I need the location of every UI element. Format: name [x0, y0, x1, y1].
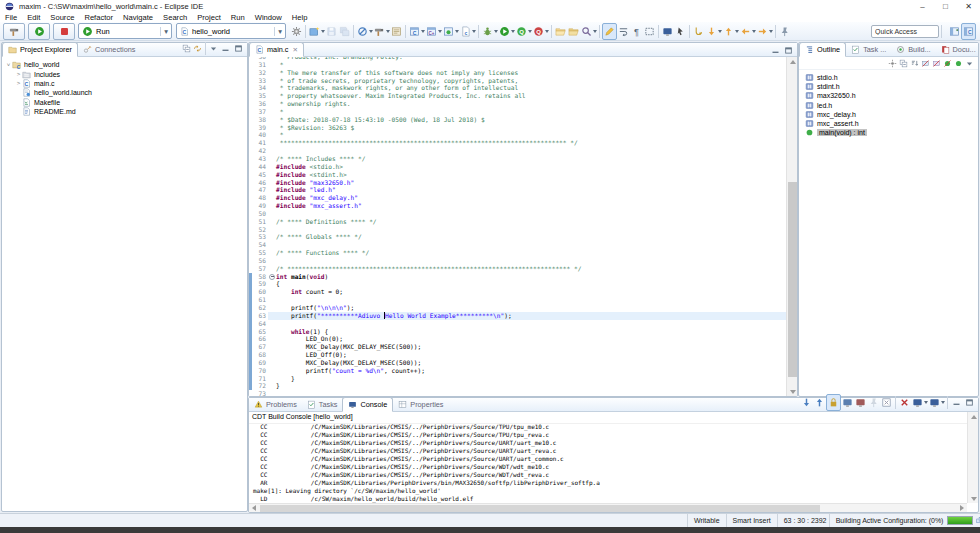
outline-item-led-h[interactable]: led.h — [799, 101, 978, 110]
display-console-button[interactable] — [911, 395, 928, 410]
code-line-51[interactable]: 51/* **** Definitions **** */ — [249, 218, 786, 226]
console-horizontal-scrollbar[interactable] — [249, 503, 967, 512]
tree-item-readme-md[interactable]: README.md — [2, 107, 247, 116]
code-line-35[interactable]: 35 * property whatsoever. Maxim Integrat… — [249, 92, 786, 100]
show-whitespace-button[interactable]: ¶ — [630, 24, 643, 39]
outline-item-mxc-delay-h[interactable]: mxc_delay.h — [799, 110, 978, 119]
code-line-69[interactable]: 69 MXC_Delay(MXC_DELAY_MSEC(500)); — [249, 359, 786, 367]
term-remove-button[interactable] — [898, 395, 911, 410]
chevron-down-icon[interactable]: ▾ — [274, 27, 282, 36]
tree-item-main-c[interactable]: ˃Cmain.c — [2, 79, 247, 88]
collapse-arrow-icon[interactable]: ˅ — [5, 62, 12, 68]
tree-item-includes[interactable]: ˃Includes — [2, 69, 247, 78]
code-line-46[interactable]: 46#include "max32650.h" — [249, 179, 786, 187]
expand-arrow-icon[interactable]: ˃ — [15, 80, 22, 86]
menu-run[interactable]: Run — [226, 13, 250, 22]
code-line-45[interactable]: 45#include <stdint.h> — [249, 171, 786, 179]
prev-annotation-button[interactable] — [722, 24, 739, 39]
profile-button[interactable]: Q — [515, 24, 532, 39]
maximize-view-icon[interactable] — [232, 43, 245, 55]
focus-button[interactable] — [887, 56, 898, 71]
console-vertical-scrollbar[interactable] — [967, 412, 978, 503]
hide-static-button[interactable] — [931, 56, 942, 71]
code-line-39[interactable]: 39 * $Revision: 36263 $ — [249, 124, 786, 132]
sort-button[interactable] — [909, 56, 920, 71]
view-menu-button[interactable] — [208, 41, 219, 56]
fold-collapse-icon[interactable] — [268, 273, 276, 281]
menu-navigate[interactable]: Navigate — [118, 13, 158, 22]
filter-dot-button[interactable] — [953, 56, 964, 71]
open-perspective-button[interactable] — [948, 24, 961, 39]
code-line-52[interactable]: 52 — [249, 226, 786, 234]
minimize-view-icon[interactable] — [950, 397, 963, 409]
scroll-left-arrow[interactable] — [249, 504, 259, 513]
skip-breakpoints-button[interactable] — [356, 24, 373, 39]
menu-window[interactable]: Window — [250, 13, 287, 22]
scroll-down-arrow[interactable] — [968, 494, 979, 503]
code-line-65[interactable]: 65 while(1) { — [249, 328, 786, 336]
back-button[interactable] — [739, 24, 756, 39]
code-line-40[interactable]: 40 * — [249, 131, 786, 139]
code-line-42[interactable]: 42 — [249, 147, 786, 155]
menu-help[interactable]: Help — [287, 13, 313, 22]
minimize-view-icon[interactable] — [769, 44, 782, 56]
code-analysis-button[interactable] — [390, 24, 403, 39]
tree-item-makefile[interactable]: Makefile — [2, 98, 247, 107]
maximize-button[interactable]: □ — [934, 0, 957, 12]
console-output[interactable]: CC /C/MaximSDK/Libraries/CMSIS/../Periph… — [249, 423, 967, 503]
code-line-66[interactable]: 66 LED_On(0); — [249, 335, 786, 343]
blue-down-button[interactable] — [800, 395, 813, 410]
coverage-button[interactable]: Q — [532, 24, 549, 39]
pin-editor-button[interactable] — [778, 24, 791, 39]
chevron-down-icon[interactable] — [593, 30, 597, 33]
menu-source[interactable]: Source — [45, 13, 79, 22]
console-tab-tasks[interactable]: Tasks — [302, 398, 343, 411]
outline-tab-docu[interactable]: Docu... — [936, 43, 980, 56]
code-line-68[interactable]: 68 LED_Off(0); — [249, 351, 786, 359]
code-line-57[interactable]: 57/* ***********************************… — [249, 265, 786, 273]
maximize-view-icon[interactable] — [782, 44, 795, 56]
last-edit-location-button[interactable] — [692, 24, 705, 39]
menu-search[interactable]: Search — [158, 13, 192, 22]
c-cpp-perspective-button[interactable]: C — [961, 23, 976, 40]
scroll-up-arrow[interactable] — [968, 412, 979, 421]
blue-up-button[interactable] — [813, 395, 826, 410]
collapse-all-button[interactable] — [898, 56, 909, 71]
next-annotation-button[interactable] — [705, 24, 722, 39]
launch-mode-combo[interactable]: Run ▾ — [78, 23, 172, 39]
show-console-when-out-button[interactable] — [841, 395, 854, 410]
explorer-tab-connections[interactable]: Connections — [78, 43, 141, 56]
code-line-53[interactable]: 53/* **** Globals **** */ — [249, 233, 786, 241]
outline-tab-build[interactable]: Build... — [891, 43, 935, 56]
code-line-47[interactable]: 47#include "led.h" — [249, 186, 786, 194]
menu-refactor[interactable]: Refactor — [79, 13, 118, 22]
new-c-project-button[interactable]: C — [408, 24, 425, 39]
code-line-34[interactable]: 34 * trademarks, maskwork rights, or any… — [249, 84, 786, 92]
code-line-72[interactable]: 72} — [249, 382, 786, 390]
launch-settings-gear-button[interactable] — [290, 24, 303, 39]
editor-tab-main-c[interactable]: C main.c ✕ — [249, 42, 304, 57]
outline-item-stdint-h[interactable]: stdint.h — [799, 82, 978, 91]
outline-item-mxc-assert-h[interactable]: mxc_assert.h — [799, 119, 978, 128]
clear-console-button[interactable] — [880, 395, 893, 410]
code-line-62[interactable]: 62 printf("\n\n\n"); — [249, 304, 786, 312]
chevron-down-icon[interactable] — [941, 401, 945, 404]
code-line-58[interactable]: 58int main(void) — [249, 273, 786, 281]
terminate-button[interactable] — [53, 23, 75, 40]
scroll-lock-button[interactable] — [826, 394, 841, 411]
open-console-button[interactable] — [928, 395, 945, 410]
block-selection-button[interactable] — [643, 24, 656, 39]
code-line-37[interactable]: 37 * — [249, 108, 786, 116]
outline-item-main-void-int[interactable]: main(void) : int — [799, 128, 978, 137]
open-resource-folder-button[interactable] — [567, 24, 580, 39]
code-line-56[interactable]: 56 — [249, 257, 786, 265]
hide-fields-button[interactable] — [920, 56, 931, 71]
view-menu-button[interactable] — [964, 56, 975, 71]
new-class-button[interactable] — [442, 24, 459, 39]
code-line-55[interactable]: 55/* **** Functions **** */ — [249, 249, 786, 257]
code-line-67[interactable]: 67 MXC_Delay(MXC_DELAY_MSEC(500)); — [249, 343, 786, 351]
menu-project[interactable]: Project — [192, 13, 226, 22]
code-line-31[interactable]: 31 * — [249, 61, 786, 69]
scrollbar-thumb[interactable] — [788, 182, 797, 377]
code-line-49[interactable]: 49#include "mxc_assert.h" — [249, 202, 786, 210]
